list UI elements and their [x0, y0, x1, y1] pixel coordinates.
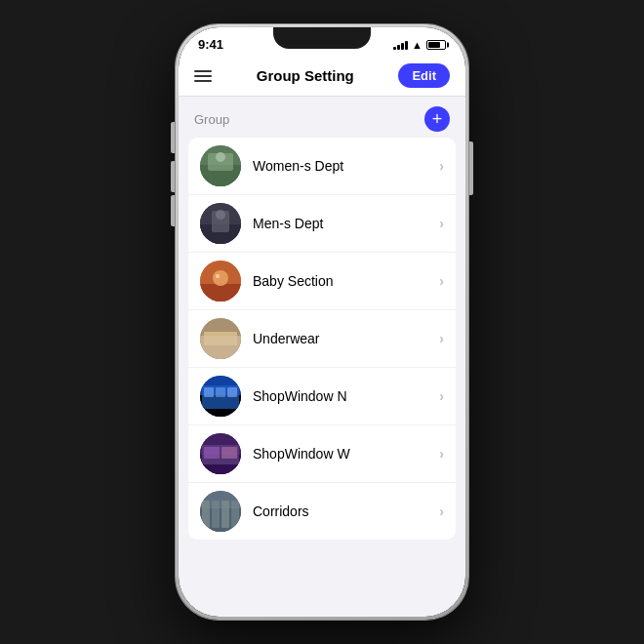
- svg-rect-15: [204, 332, 237, 336]
- svg-rect-21: [227, 387, 237, 397]
- svg-point-7: [216, 210, 225, 220]
- svg-point-3: [216, 152, 225, 162]
- list-item[interactable]: Baby Section ›: [188, 253, 456, 310]
- list-item[interactable]: Men-s Dept ›: [188, 195, 456, 253]
- svg-rect-31: [221, 501, 229, 528]
- nav-bar: Group Setting Edit: [179, 56, 465, 97]
- svg-point-11: [216, 274, 220, 278]
- edit-button[interactable]: Edit: [398, 63, 450, 88]
- avatar: [200, 376, 241, 417]
- group-header: Group +: [179, 97, 465, 138]
- battery-icon: [426, 40, 446, 50]
- status-time: 9:41: [198, 37, 223, 52]
- svg-rect-20: [216, 387, 225, 397]
- avatar-mens-img: [200, 203, 241, 244]
- notch: [273, 27, 371, 49]
- group-label: Group: [194, 112, 229, 127]
- item-label: Underwear: [253, 331, 439, 346]
- avatar: [200, 145, 241, 186]
- battery-fill: [428, 42, 440, 48]
- svg-point-10: [213, 270, 228, 286]
- svg-rect-9: [200, 284, 241, 302]
- phone-frame: 9:41 ▲: [176, 24, 468, 620]
- signal-icon: [393, 40, 408, 50]
- avatar-shopwindown-img: [200, 376, 241, 417]
- content-area: Group + Wome: [179, 97, 465, 617]
- wifi-icon: ▲: [412, 39, 423, 51]
- page-title: Group Setting: [257, 67, 354, 84]
- avatar-corridors-img: [200, 491, 241, 532]
- svg-rect-30: [212, 501, 220, 528]
- chevron-icon: ›: [439, 446, 444, 462]
- item-label: Corridors: [253, 503, 439, 519]
- item-label: ShopWindow W: [253, 446, 439, 462]
- svg-rect-19: [204, 387, 214, 397]
- avatar: [200, 491, 241, 532]
- list-item[interactable]: Corridors ›: [188, 483, 456, 540]
- chevron-icon: ›: [439, 331, 444, 346]
- item-label: ShopWindow N: [253, 388, 439, 404]
- avatar: [200, 261, 241, 302]
- hamburger-menu-icon[interactable]: [194, 70, 212, 82]
- list-item[interactable]: ShopWindow N ›: [188, 368, 456, 425]
- chevron-icon: ›: [439, 388, 444, 404]
- chevron-icon: ›: [439, 273, 444, 289]
- chevron-icon: ›: [439, 216, 444, 231]
- add-group-button[interactable]: +: [424, 106, 450, 132]
- phone-inner: 9:41 ▲: [179, 27, 465, 617]
- avatar-shopwindoww-img: [200, 433, 241, 474]
- avatar-baby-img: [200, 261, 241, 302]
- status-icons: ▲: [393, 39, 446, 51]
- item-label: Women-s Dept: [253, 158, 439, 174]
- group-list: Women-s Dept › Men: [188, 138, 456, 540]
- list-item[interactable]: Women-s Dept ›: [188, 138, 456, 195]
- svg-rect-25: [204, 447, 220, 459]
- avatar: [200, 433, 241, 474]
- svg-rect-29: [202, 501, 210, 528]
- avatar-womens-img: [200, 145, 241, 186]
- list-item[interactable]: ShopWindow W ›: [188, 425, 456, 483]
- item-label: Men-s Dept: [253, 216, 439, 231]
- svg-rect-32: [231, 501, 239, 528]
- avatar: [200, 318, 241, 359]
- item-label: Baby Section: [253, 273, 439, 289]
- chevron-icon: ›: [439, 158, 444, 174]
- list-item[interactable]: Underwear ›: [188, 310, 456, 368]
- avatar-underwear-img: [200, 318, 241, 359]
- screen: 9:41 ▲: [179, 27, 465, 617]
- svg-rect-26: [221, 447, 237, 459]
- avatar: [200, 203, 241, 244]
- chevron-icon: ›: [439, 503, 444, 519]
